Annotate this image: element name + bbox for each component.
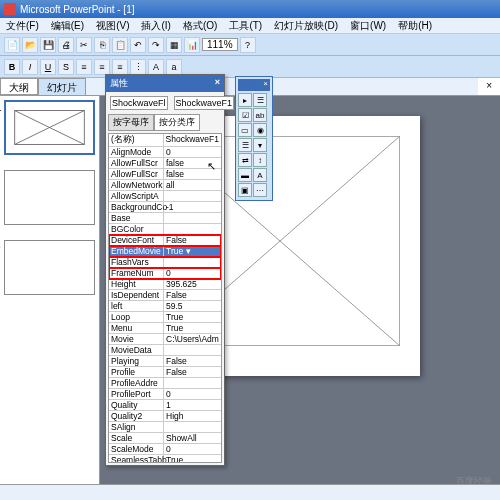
print-icon[interactable]: 🖨: [58, 37, 74, 53]
scroll-icon[interactable]: ▬: [238, 168, 252, 182]
chart-icon[interactable]: 📊: [184, 37, 200, 53]
status-bar: [0, 484, 500, 500]
object-selector[interactable]: ShockwaveFl: [110, 96, 168, 110]
menu-help[interactable]: 帮助(H): [392, 18, 438, 33]
property-row[interactable]: PlayingFalse: [109, 356, 221, 367]
align-left-icon[interactable]: ≡: [76, 59, 92, 75]
property-row[interactable]: SeamlessTabbTrue: [109, 455, 221, 463]
properties-title: 属性: [110, 77, 128, 90]
table-icon[interactable]: ▦: [166, 37, 182, 53]
property-row[interactable]: Quality2High: [109, 411, 221, 422]
property-row[interactable]: SAlign: [109, 422, 221, 433]
tab-outline[interactable]: 大纲: [0, 78, 38, 95]
close-pane-icon[interactable]: ×: [478, 78, 500, 95]
increase-font-icon[interactable]: A: [148, 59, 164, 75]
property-row[interactable]: ProfileFalse: [109, 367, 221, 378]
menu-slideshow[interactable]: 幻灯片放映(D): [268, 18, 344, 33]
property-row[interactable]: EmbedMovieTrue ▾: [109, 246, 221, 257]
menu-edit[interactable]: 编辑(E): [45, 18, 90, 33]
property-row[interactable]: MovieC:\Users\Adm: [109, 334, 221, 345]
menu-format[interactable]: 格式(O): [177, 18, 223, 33]
standard-toolbar: 📄 📂 💾 🖨 ✂ ⎘ 📋 ↶ ↷ ▦ 📊 111% ?: [0, 34, 500, 56]
paste-icon[interactable]: 📋: [112, 37, 128, 53]
title-bar: Microsoft PowerPoint - [1]: [0, 0, 500, 18]
property-row[interactable]: (名称)ShockwaveF1: [109, 134, 221, 147]
thumbnail-1[interactable]: 1: [4, 100, 95, 155]
thumbnail-2[interactable]: 2: [4, 170, 95, 225]
spin-icon[interactable]: ↕: [253, 153, 267, 167]
decrease-font-icon[interactable]: a: [166, 59, 182, 75]
property-row[interactable]: AllowFullScrfalse: [109, 169, 221, 180]
property-row[interactable]: AllowFullScrfalse: [109, 158, 221, 169]
more-icon[interactable]: ⋯: [253, 183, 267, 197]
property-row[interactable]: ScaleMode0: [109, 444, 221, 455]
formatting-toolbar: B I U S ≡ ≡ ≡ ⋮ A a: [0, 56, 500, 78]
property-row[interactable]: DeviceFontFalse: [109, 235, 221, 246]
thumbnail-3[interactable]: 3: [4, 240, 95, 295]
tab-categorized[interactable]: 按分类序: [154, 114, 200, 131]
property-row[interactable]: Quality1: [109, 400, 221, 411]
tab-slides[interactable]: 幻灯片: [38, 78, 86, 95]
property-row[interactable]: Height395.625: [109, 279, 221, 290]
button-icon[interactable]: ▭: [238, 123, 252, 137]
property-row[interactable]: AllowNetworkall: [109, 180, 221, 191]
combo-icon[interactable]: ▾: [253, 138, 267, 152]
listbox-icon[interactable]: ☰: [238, 138, 252, 152]
open-icon[interactable]: 📂: [22, 37, 38, 53]
close-icon[interactable]: ×: [215, 77, 220, 90]
align-center-icon[interactable]: ≡: [94, 59, 110, 75]
menu-insert[interactable]: 插入(I): [135, 18, 176, 33]
help-icon[interactable]: ?: [240, 37, 256, 53]
property-row[interactable]: MenuTrue: [109, 323, 221, 334]
option-icon[interactable]: ◉: [253, 123, 267, 137]
app-icon: [4, 3, 16, 15]
control-toolbox: × ▸☰ ☑ab ▭◉ ☰▾ ⇄↕ ▬A ▣⋯: [235, 76, 273, 201]
property-row[interactable]: AllowScriptA: [109, 191, 221, 202]
properties-tabs: 按字母序 按分类序: [108, 114, 222, 131]
object-label: ShockwaveF1: [174, 96, 235, 110]
property-row[interactable]: LoopTrue: [109, 312, 221, 323]
property-row[interactable]: ProfilePort0: [109, 389, 221, 400]
property-row[interactable]: AlignMode0: [109, 147, 221, 158]
property-row[interactable]: MovieData: [109, 345, 221, 356]
tab-alphabetic[interactable]: 按字母序: [108, 114, 154, 131]
properties-header[interactable]: 属性 ×: [106, 75, 224, 92]
save-icon[interactable]: 💾: [40, 37, 56, 53]
menu-file[interactable]: 文件(F): [0, 18, 45, 33]
property-row[interactable]: Base: [109, 213, 221, 224]
new-icon[interactable]: 📄: [4, 37, 20, 53]
bold-icon[interactable]: B: [4, 59, 20, 75]
window-title: Microsoft PowerPoint - [1]: [20, 4, 134, 15]
properties-icon[interactable]: ☰: [253, 93, 267, 107]
textbox-icon[interactable]: ab: [253, 108, 267, 122]
property-row[interactable]: IsDependentFalse: [109, 290, 221, 301]
property-row[interactable]: FrameNum0: [109, 268, 221, 279]
property-row[interactable]: FlashVars: [109, 257, 221, 268]
align-right-icon[interactable]: ≡: [112, 59, 128, 75]
property-row[interactable]: BGColor: [109, 224, 221, 235]
shadow-icon[interactable]: S: [58, 59, 74, 75]
toolbox-header[interactable]: ×: [238, 79, 270, 91]
label-icon[interactable]: A: [253, 168, 267, 182]
underline-icon[interactable]: U: [40, 59, 56, 75]
zoom-input[interactable]: 111%: [202, 38, 238, 51]
bullets-icon[interactable]: ⋮: [130, 59, 146, 75]
image-icon[interactable]: ▣: [238, 183, 252, 197]
toggle-icon[interactable]: ⇄: [238, 153, 252, 167]
menu-window[interactable]: 窗口(W): [344, 18, 392, 33]
menu-view[interactable]: 视图(V): [90, 18, 135, 33]
design-mode-icon[interactable]: ▸: [238, 93, 252, 107]
properties-panel: 属性 × ShockwaveFl ShockwaveF1 按字母序 按分类序 (…: [105, 74, 225, 466]
italic-icon[interactable]: I: [22, 59, 38, 75]
properties-grid[interactable]: (名称)ShockwaveF1AlignMode0AllowFullScrfal…: [108, 133, 222, 463]
copy-icon[interactable]: ⎘: [94, 37, 110, 53]
cut-icon[interactable]: ✂: [76, 37, 92, 53]
redo-icon[interactable]: ↷: [148, 37, 164, 53]
checkbox-icon[interactable]: ☑: [238, 108, 252, 122]
property-row[interactable]: BackgroundCo-1: [109, 202, 221, 213]
undo-icon[interactable]: ↶: [130, 37, 146, 53]
property-row[interactable]: ScaleShowAll: [109, 433, 221, 444]
property-row[interactable]: ProfileAddre: [109, 378, 221, 389]
menu-tools[interactable]: 工具(T): [223, 18, 268, 33]
property-row[interactable]: left59.5: [109, 301, 221, 312]
